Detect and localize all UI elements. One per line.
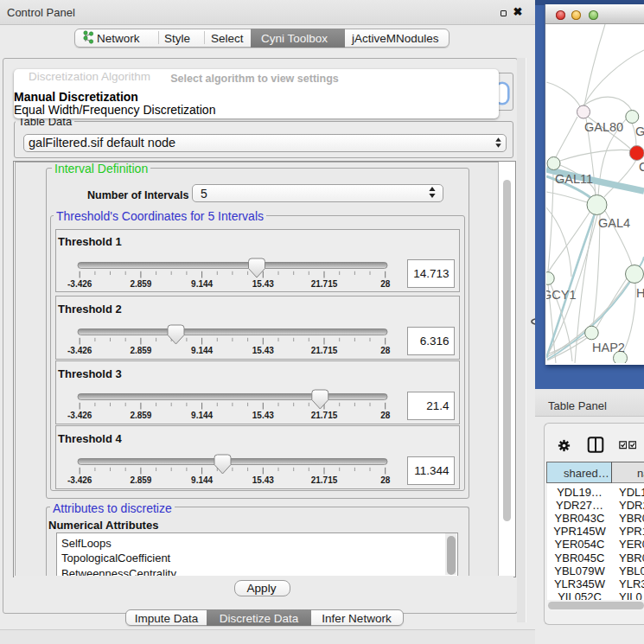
svg-text:GAL80: GAL80 <box>584 120 623 134</box>
svg-text:2.859: 2.859 <box>130 411 151 420</box>
svg-text:28: 28 <box>380 411 391 420</box>
svg-text:-3.426: -3.426 <box>67 411 92 420</box>
svg-text:2.859: 2.859 <box>130 279 151 289</box>
svg-text:-3.426: -3.426 <box>67 475 92 485</box>
svg-text:2.859: 2.859 <box>130 346 151 355</box>
svg-text:15.43: 15.43 <box>252 346 273 355</box>
svg-text:21.715: 21.715 <box>310 279 337 289</box>
svg-text:C: C <box>639 160 644 174</box>
svg-text:GCY1: GCY1 <box>546 288 577 302</box>
svg-text:28: 28 <box>380 475 391 485</box>
svg-text:GA: GA <box>635 124 644 138</box>
svg-text:GAL4: GAL4 <box>598 216 630 230</box>
svg-text:15.43: 15.43 <box>252 475 273 485</box>
svg-text:H: H <box>636 286 644 300</box>
svg-text:-3.426: -3.426 <box>67 346 92 355</box>
svg-text:GAL11: GAL11 <box>555 172 593 186</box>
svg-text:21.715: 21.715 <box>310 411 337 420</box>
svg-text:15.43: 15.43 <box>252 279 273 289</box>
svg-text:2.859: 2.859 <box>130 475 151 485</box>
svg-text:28: 28 <box>380 346 391 355</box>
svg-text:21.715: 21.715 <box>310 475 337 485</box>
svg-text:28: 28 <box>380 279 391 289</box>
svg-text:9.144: 9.144 <box>191 279 213 289</box>
svg-text:21.715: 21.715 <box>310 346 337 355</box>
svg-text:9.144: 9.144 <box>191 475 213 485</box>
svg-text:HAP2: HAP2 <box>592 341 625 354</box>
svg-text:9.144: 9.144 <box>191 411 213 420</box>
svg-text:9.144: 9.144 <box>191 346 213 355</box>
svg-text:15.43: 15.43 <box>252 411 273 420</box>
svg-text:-3.426: -3.426 <box>67 279 92 289</box>
